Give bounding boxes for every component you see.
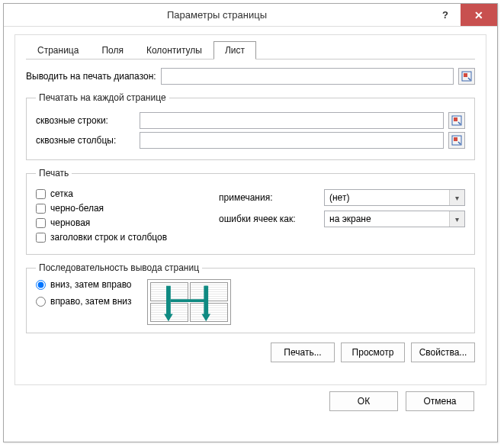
chevron-down-icon: ▾ [449,190,464,205]
titlebar: Параметры страницы ? ✕ [4,4,497,27]
notes-combo-value: (нет) [329,192,349,203]
svg-rect-3 [454,117,457,121]
print-range-row: Выводить на печать диапазон: [26,68,475,85]
dialog-body: Страница Поля Колонтитулы Лист Выводить … [4,27,497,425]
order-radios: вниз, затем вправо вправо, затем вниз [36,279,132,307]
print-group-legend: Печать [36,168,72,178]
preview-page-icon [150,303,188,322]
check-headings-label: заголовки строк и столбцов [50,232,167,243]
repeat-cols-label: сквозные столбцы: [36,135,135,146]
repeat-rows-label: сквозные строки: [36,115,135,126]
inner-footer: Печать... Просмотр Свойства... [26,342,475,362]
svg-rect-5 [454,137,457,141]
print-button[interactable]: Печать... [271,342,335,362]
tab-headers[interactable]: Колонтитулы [135,41,213,59]
tab-strip: Страница Поля Колонтитулы Лист [26,41,475,60]
window-title: Параметры страницы [4,9,430,21]
check-bw[interactable] [36,204,46,214]
preview-page-icon [150,282,188,301]
order-group-legend: Последовательность вывода страниц [36,262,202,273]
check-grid[interactable] [36,189,46,199]
chevron-down-icon: ▾ [449,211,464,227]
tab-fields[interactable]: Поля [90,41,135,59]
check-bw-label: черно-белая [50,203,104,214]
tab-page[interactable]: Страница [26,41,90,59]
radio-down-right-label: вниз, затем вправо [50,279,132,290]
order-group: Последовательность вывода страниц вниз, … [26,262,475,333]
check-headings[interactable] [36,233,46,243]
page-setup-dialog: Параметры страницы ? ✕ Страница Поля Кол… [3,3,498,442]
tab-sheet[interactable]: Лист [213,41,256,59]
ok-button[interactable]: ОК [329,391,398,411]
titlebar-controls: ? ✕ [430,4,497,26]
svg-rect-1 [464,73,467,77]
preview-page-icon [190,303,228,322]
radio-down-right[interactable] [36,280,46,290]
preview-button[interactable]: Просмотр [341,342,405,362]
help-button[interactable]: ? [430,4,461,26]
errors-combo[interactable]: на экране ▾ [324,211,465,227]
dialog-inner: Страница Поля Колонтитулы Лист Выводить … [14,34,486,385]
check-draft-label: черновая [50,217,90,228]
repeat-group-legend: Печатать на каждой странице [36,92,169,103]
cancel-button[interactable]: Отмена [406,391,474,411]
notes-combo[interactable]: (нет) ▾ [324,189,465,206]
collapse-dialog-icon[interactable] [448,112,465,129]
print-range-input[interactable] [161,68,454,85]
radio-right-down[interactable] [36,297,46,307]
close-button[interactable]: ✕ [461,4,497,26]
page-order-preview [147,279,231,325]
collapse-dialog-icon[interactable] [448,132,465,149]
repeat-cols-input[interactable] [140,132,444,149]
repeat-cols-row: сквозные столбцы: [36,132,465,149]
check-draft[interactable] [36,218,46,228]
print-group: Печать сетка черно-белая чер [26,168,475,255]
preview-page-icon [190,282,228,301]
radio-right-down-label: вправо, затем вниз [50,296,132,307]
repeat-rows-input[interactable] [140,112,444,129]
print-checkboxes: сетка черно-белая черновая заголовк [36,185,211,246]
errors-label: ошибки ячеек как: [219,214,318,224]
errors-combo-value: на экране [329,214,371,224]
print-range-label: Выводить на печать диапазон: [26,71,156,82]
properties-button[interactable]: Свойства... [411,342,475,362]
collapse-dialog-icon[interactable] [458,68,475,85]
repeat-rows-row: сквозные строки: [36,112,465,129]
repeat-group: Печатать на каждой странице сквозные стр… [26,92,475,160]
dialog-footer: ОК Отмена [14,385,486,414]
notes-label: примечания: [219,192,318,203]
check-grid-label: сетка [50,188,73,199]
print-combos: примечания: (нет) ▾ ошибки ячеек как: на… [219,185,465,246]
